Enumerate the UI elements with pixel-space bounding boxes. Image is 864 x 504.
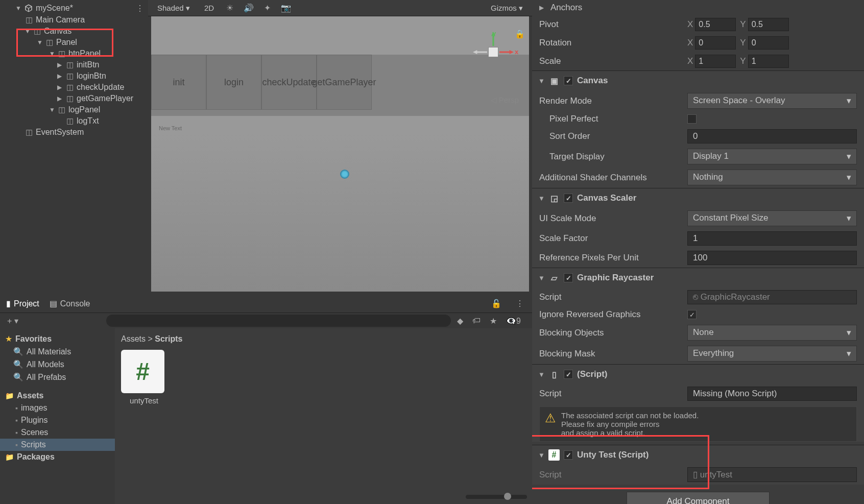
shading-dropdown[interactable]: Shaded ▾ <box>153 3 194 14</box>
tab-project[interactable]: ▮ Project <box>6 299 39 308</box>
project-search-input[interactable] <box>106 315 451 327</box>
hierarchy-item-panel[interactable]: ▼ ◫ Panel <box>0 37 148 48</box>
fx-icon[interactable]: ✦ <box>262 2 273 14</box>
hierarchy-item-logtxt[interactable]: ◫ logTxt <box>0 115 148 127</box>
filter-label-icon[interactable]: 🏷 <box>470 315 483 327</box>
foldout-icon[interactable]: ▼ <box>49 106 55 113</box>
pivot-y-input[interactable] <box>748 18 789 31</box>
missing-script-enable-checkbox[interactable] <box>564 370 573 379</box>
hierarchy-item-eventsystem[interactable]: ◫ EventSystem <box>0 127 148 138</box>
ground-plane <box>151 133 529 292</box>
hierarchy-item-checkupdate[interactable]: ▶ ◫ checkUpdate <box>0 82 148 93</box>
lighting-icon[interactable]: ☀ <box>224 2 235 14</box>
fav-all-prefabs[interactable]: 🔍 All Prefabs <box>0 371 115 383</box>
options-icon[interactable]: ⋮ <box>514 298 526 309</box>
foldout-icon[interactable]: ▼ <box>15 5 21 12</box>
orientation-gizmo[interactable]: y x <box>473 32 514 73</box>
breadcrumb[interactable]: Assets > Scripts <box>121 334 526 344</box>
scene-btn-login: login <box>206 55 261 110</box>
hierarchy-item-main-camera[interactable]: ◫ Main Camera <box>0 14 148 26</box>
gizmos-dropdown[interactable]: Gizmos ▾ <box>487 3 527 14</box>
missing-script-header[interactable]: ▼ ▯ (Script) <box>532 365 864 384</box>
camera-icon[interactable]: 📷 <box>279 2 293 14</box>
gizmo-x-axis[interactable] <box>499 50 514 54</box>
canvas-header[interactable]: ▼ ▣ Canvas <box>532 71 864 90</box>
foldout-icon[interactable]: ▼ <box>37 39 43 46</box>
audio-icon[interactable]: 🔊 <box>242 2 256 14</box>
foldout-icon[interactable]: ▶ <box>539 4 545 11</box>
foldout-icon[interactable]: ▶ <box>57 95 63 102</box>
hierarchy-item-loginbtn[interactable]: ▶ ◫ loginBtn <box>0 70 148 82</box>
scale-x-input[interactable] <box>695 55 736 68</box>
lock-icon[interactable]: 🔓 <box>489 298 503 309</box>
hierarchy-options-icon[interactable]: ⋮ <box>136 4 144 13</box>
scale-y-input[interactable] <box>748 55 789 68</box>
hierarchy-item-logpanel[interactable]: ▼ ◫ logPanel <box>0 104 148 115</box>
lock-icon[interactable]: 🔒 <box>515 29 525 39</box>
rotation-y-input[interactable] <box>748 36 789 50</box>
filter-type-icon[interactable]: ◆ <box>455 315 465 327</box>
slider-thumb[interactable] <box>504 493 511 500</box>
canvas-scaler-enable-checkbox[interactable] <box>564 194 573 203</box>
graphic-raycaster-header[interactable]: ▼ ▱ Graphic Raycaster <box>532 268 864 287</box>
foldout-icon[interactable]: ▶ <box>57 84 63 91</box>
folder-plugins[interactable]: ▪ Plugins <box>0 414 115 426</box>
target-display-dropdown[interactable]: Display 1▾ <box>687 149 857 164</box>
2d-toggle[interactable]: 2D <box>200 3 218 13</box>
hierarchy-item-canvas[interactable]: ▼ ◫ Canvas <box>0 26 148 37</box>
add-component-button[interactable]: Add Component <box>627 492 770 504</box>
render-mode-dropdown[interactable]: Screen Space - Overlay▾ <box>687 93 857 109</box>
add-icon[interactable]: + ▾ <box>5 315 20 327</box>
blocking-objects-dropdown[interactable]: None▾ <box>687 325 857 341</box>
ignore-reversed-checkbox[interactable] <box>687 310 697 319</box>
unty-test-header[interactable]: ▼ # Unty Test (Script) <box>532 445 864 465</box>
project-tree: ★ Favorites 🔍 All Materials 🔍 All Models… <box>0 328 115 504</box>
foldout-icon[interactable]: ▼ <box>25 28 31 35</box>
hierarchy-item-getgameplayer[interactable]: ▶ ◫ getGamePlayer <box>0 93 148 104</box>
warning-icon: ⚠ <box>545 411 556 437</box>
folder-scenes[interactable]: ▪ Scenes <box>0 426 115 439</box>
favorites-header[interactable]: ★ Favorites <box>0 332 115 345</box>
folder-scripts[interactable]: ▪ Scripts <box>0 439 115 451</box>
blocking-mask-dropdown[interactable]: Everything▾ <box>687 346 857 362</box>
fav-all-models[interactable]: 🔍 All Models <box>0 358 115 371</box>
project-assets-grid[interactable]: Assets > Scripts # untyTest <box>115 328 532 504</box>
ui-scale-mode-dropdown[interactable]: Constant Pixel Size▾ <box>687 210 857 226</box>
asset-untytest[interactable]: # untyTest <box>121 350 167 405</box>
gizmo-z-axis[interactable] <box>473 50 487 54</box>
thumbnail-size-slider[interactable] <box>466 495 527 499</box>
hidden-icon[interactable]: 👁‍🗨9 <box>504 315 523 327</box>
raycaster-enable-checkbox[interactable] <box>564 273 573 282</box>
folder-assets[interactable]: 📁 Assets <box>0 390 115 402</box>
hierarchy-item-btnpanel[interactable]: ▼ ◫ btnPanel <box>0 48 148 59</box>
unty-test-enable-checkbox[interactable] <box>564 450 573 460</box>
rotation-x-input[interactable] <box>695 36 736 50</box>
tab-console[interactable]: ▤ Console <box>50 299 90 308</box>
hierarchy-panel: ▼ myScene* ⋮ ◫ Main Camera ▼ <box>0 0 148 295</box>
hierarchy-item-initbtn[interactable]: ▶ ◫ initBtn <box>0 59 148 70</box>
foldout-icon[interactable]: ▶ <box>57 73 63 80</box>
favorite-star-icon[interactable]: ★ <box>488 315 499 327</box>
fav-all-materials[interactable]: 🔍 All Materials <box>0 345 115 358</box>
scene-view[interactable]: init login checkUpdate getGamePlayer New… <box>148 16 532 295</box>
component-graphic-raycaster: ▼ ▱ Graphic Raycaster Script ⎋ GraphicRa… <box>532 268 864 364</box>
project-icon: ▮ <box>6 299 11 308</box>
canvas-enable-checkbox[interactable] <box>564 76 573 85</box>
ref-pixels-input[interactable]: 100 <box>687 251 857 265</box>
shader-channels-dropdown[interactable]: Nothing▾ <box>687 170 857 185</box>
projection-label[interactable]: ◁ Persp <box>491 95 519 105</box>
scene-center-gizmo <box>340 170 349 179</box>
foldout-icon[interactable]: ▼ <box>49 50 55 57</box>
anchors-row[interactable]: ▶ Anchors <box>532 0 864 15</box>
missing-script-field[interactable]: Missing (Mono Script) <box>687 387 857 401</box>
hierarchy-scene-row[interactable]: ▼ myScene* ⋮ <box>0 2 148 14</box>
canvas-scaler-header[interactable]: ▼ ◲ Canvas Scaler <box>532 188 864 208</box>
folder-packages[interactable]: 📁 Packages <box>0 451 115 463</box>
sort-order-input[interactable]: 0 <box>687 129 857 143</box>
foldout-icon[interactable]: ▶ <box>57 61 63 68</box>
pivot-x-input[interactable] <box>695 18 736 31</box>
gizmo-center[interactable] <box>488 47 498 57</box>
folder-images[interactable]: ▪ images <box>0 402 115 414</box>
scale-factor-input[interactable]: 1 <box>687 231 857 246</box>
pixel-perfect-checkbox[interactable] <box>687 114 697 124</box>
